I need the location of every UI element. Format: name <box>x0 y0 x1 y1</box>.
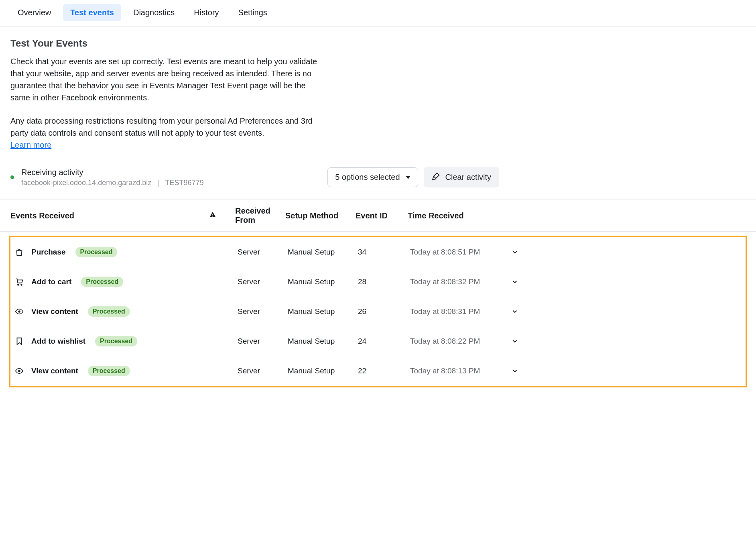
table-row[interactable]: Purchase Processed Server Manual Setup 3… <box>10 237 746 267</box>
event-name: View content <box>31 307 78 316</box>
status-badge: Processed <box>88 366 130 376</box>
col-received-from: Received From <box>235 206 285 225</box>
event-from: Server <box>238 307 288 316</box>
svg-rect-0 <box>212 214 213 215</box>
description: Check that your events are set up correc… <box>10 55 327 151</box>
event-from: Server <box>238 367 288 375</box>
col-events-received: Events Received <box>10 211 209 220</box>
tab-test-events[interactable]: Test events <box>63 4 121 21</box>
cart-icon <box>14 277 24 286</box>
tab-overview[interactable]: Overview <box>10 4 58 21</box>
col-time-received: Time Received <box>408 211 496 220</box>
event-id: 34 <box>358 248 410 257</box>
table-row[interactable]: View content Processed Server Manual Set… <box>10 297 746 326</box>
event-id: 26 <box>358 307 410 316</box>
divider: | <box>157 179 159 187</box>
activity-row: Receiving activity facebook-pixel.odoo.1… <box>10 167 499 187</box>
bag-icon <box>14 248 24 257</box>
activity-domain: facebook-pixel.odoo.14.demo.garazd.biz <box>21 179 151 187</box>
event-time: Today at 8:08:22 PM <box>410 337 498 346</box>
event-time: Today at 8:08:13 PM <box>410 367 498 375</box>
status-badge: Processed <box>75 247 118 257</box>
page-title: Test Your Events <box>10 38 499 49</box>
tab-history[interactable]: History <box>187 4 226 21</box>
event-time: Today at 8:08:51 PM <box>410 248 498 257</box>
description-p1: Check that your events are set up correc… <box>10 55 327 104</box>
expand-row[interactable] <box>498 367 522 375</box>
status-badge: Processed <box>95 336 137 346</box>
table-row[interactable]: Add to cart Processed Server Manual Setu… <box>10 267 746 297</box>
expand-row[interactable] <box>498 278 522 285</box>
table-row[interactable]: View content Processed Server Manual Set… <box>10 356 746 386</box>
expand-row[interactable] <box>498 308 522 315</box>
bookmark-icon <box>14 337 24 346</box>
event-method: Manual Setup <box>288 277 358 286</box>
caret-down-icon <box>406 176 411 179</box>
eye-icon <box>14 307 24 316</box>
status-dot-icon <box>10 175 14 179</box>
col-warning <box>209 211 235 220</box>
event-method: Manual Setup <box>288 367 358 375</box>
activity-title: Receiving activity <box>21 168 204 177</box>
event-method: Manual Setup <box>288 248 358 257</box>
event-time: Today at 8:08:31 PM <box>410 307 498 316</box>
filter-select[interactable]: 5 options selected <box>327 167 418 187</box>
event-id: 24 <box>358 337 410 346</box>
event-name: View content <box>31 367 78 375</box>
table-row[interactable]: Add to wishlist Processed Server Manual … <box>10 326 746 356</box>
event-from: Server <box>238 337 288 346</box>
tab-diagnostics[interactable]: Diagnostics <box>126 4 182 21</box>
event-name: Add to wishlist <box>31 337 85 346</box>
expand-row[interactable] <box>498 338 522 345</box>
activity-subtitle: facebook-pixel.odoo.14.demo.garazd.biz |… <box>21 179 204 187</box>
description-p2: Any data processing restrictions resulti… <box>10 116 313 137</box>
activity-test-id: TEST96779 <box>165 179 204 187</box>
clear-activity-button[interactable]: Clear activity <box>424 167 499 187</box>
clear-activity-label: Clear activity <box>445 173 491 182</box>
tab-settings[interactable]: Settings <box>231 4 274 21</box>
filter-label: 5 options selected <box>335 173 400 182</box>
learn-more-link[interactable]: Learn more <box>10 141 51 149</box>
event-name: Purchase <box>31 248 66 257</box>
broom-icon <box>432 172 441 183</box>
col-event-id: Event ID <box>356 211 408 220</box>
status-badge: Processed <box>88 306 130 317</box>
event-method: Manual Setup <box>288 337 358 346</box>
eye-icon <box>14 367 24 375</box>
table-header: Events Received Received From Setup Meth… <box>0 200 756 232</box>
event-from: Server <box>238 248 288 257</box>
events-highlight-box: Purchase Processed Server Manual Setup 3… <box>9 236 747 387</box>
event-name: Add to cart <box>31 277 71 286</box>
warning-icon <box>209 211 216 220</box>
expand-row[interactable] <box>498 249 522 256</box>
tabs-bar: Overview Test events Diagnostics History… <box>0 0 756 26</box>
event-id: 28 <box>358 277 410 286</box>
svg-rect-1 <box>212 216 213 217</box>
activity-left: Receiving activity facebook-pixel.odoo.1… <box>10 168 204 187</box>
event-from: Server <box>238 277 288 286</box>
event-id: 22 <box>358 367 410 375</box>
event-method: Manual Setup <box>288 307 358 316</box>
content-area: Test Your Events Check that your events … <box>0 26 510 187</box>
status-badge: Processed <box>81 277 123 287</box>
event-time: Today at 8:08:32 PM <box>410 277 498 286</box>
col-setup-method: Setup Method <box>285 211 356 220</box>
